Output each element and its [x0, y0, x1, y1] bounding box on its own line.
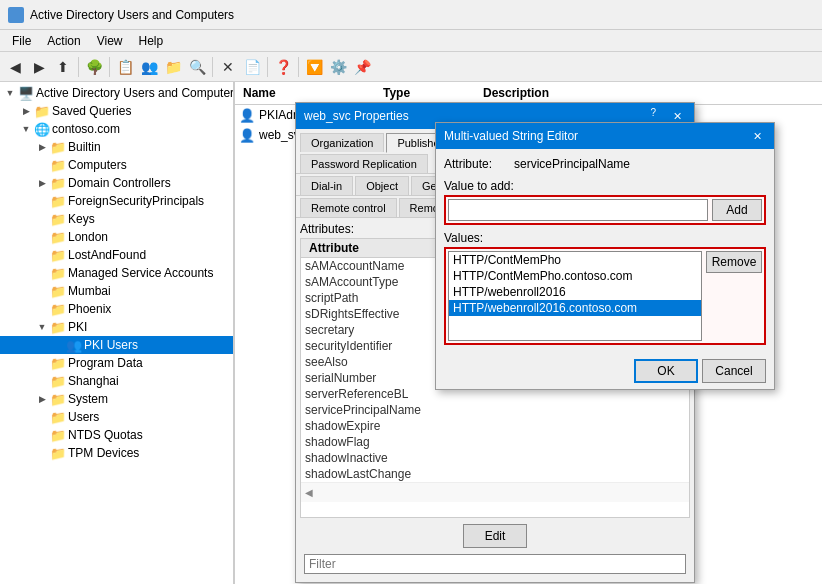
edit-button[interactable]: Edit	[463, 524, 527, 548]
sidebar-item-users[interactable]: 📁 Users	[0, 408, 233, 426]
attr-row-spn[interactable]: servicePrincipalName	[301, 402, 689, 418]
toolbar: ◀ ▶ ⬆ 🌳 📋 👥 📁 🔍 ✕ 📄 ❓ 🔽 ⚙️ 📌	[0, 52, 822, 82]
label-root: Active Directory Users and Computers	[36, 86, 235, 100]
sidebar-item-lostandfound[interactable]: 📁 LostAndFound	[0, 246, 233, 264]
main-layout: ▼ 🖥️ Active Directory Users and Computer…	[0, 82, 822, 584]
tab-remote-control[interactable]: Remote control	[300, 198, 397, 217]
expander-pd	[34, 355, 50, 371]
toolbar-back[interactable]: ◀	[4, 56, 26, 78]
attr-row-shadowexpire[interactable]: shadowExpire	[301, 418, 689, 434]
expander-msa	[34, 265, 50, 281]
mv-input-row: Add	[444, 195, 766, 225]
label-pd: Program Data	[68, 356, 143, 370]
sidebar: ▼ 🖥️ Active Directory Users and Computer…	[0, 82, 235, 584]
label-ntds: NTDS Quotas	[68, 428, 143, 442]
menu-file[interactable]: File	[4, 32, 39, 50]
expander-saved-queries: ▶	[18, 103, 34, 119]
col-header-name[interactable]: Name	[235, 84, 375, 102]
toolbar-find[interactable]: 🔍	[186, 56, 208, 78]
row-icon-0: 👤	[239, 108, 255, 123]
sidebar-item-contoso[interactable]: ▼ 🌐 contoso.com	[0, 120, 233, 138]
col-header-desc[interactable]: Description	[475, 84, 625, 102]
multival-dialog: Multi-valued String Editor ✕ Attribute: …	[435, 122, 775, 390]
sidebar-item-phoenix[interactable]: 📁 Phoenix	[0, 300, 233, 318]
expander-system: ▶	[34, 391, 50, 407]
sidebar-item-system[interactable]: ▶ 📁 System	[0, 390, 233, 408]
toolbar-properties[interactable]: 📄	[241, 56, 263, 78]
toolbar-up[interactable]: ⬆	[52, 56, 74, 78]
toolbar-show-tree[interactable]: 🌳	[83, 56, 105, 78]
expander-dc: ▶	[34, 175, 50, 191]
toolbar-delegate[interactable]: ⚙️	[327, 56, 349, 78]
right-panel: Name Type Description 👤 PKIAdmin User 👤 …	[235, 82, 822, 584]
sidebar-item-keys[interactable]: 📁 Keys	[0, 210, 233, 228]
expander-root: ▼	[2, 85, 18, 101]
mv-item-0[interactable]: HTTP/ContMemPho	[449, 252, 701, 268]
attr-name-11: shadowFlag	[305, 435, 465, 449]
sidebar-item-mumbai[interactable]: 📁 Mumbai	[0, 282, 233, 300]
toolbar-filter[interactable]: 🔽	[303, 56, 325, 78]
attr-col-header: Attribute	[305, 241, 363, 255]
sidebar-item-domain-controllers[interactable]: ▶ 📁 Domain Controllers	[0, 174, 233, 192]
sidebar-item-computers[interactable]: 📁 Computers	[0, 156, 233, 174]
toolbar-create-ou[interactable]: 📁	[162, 56, 184, 78]
menu-help[interactable]: Help	[131, 32, 172, 50]
sidebar-item-shanghai[interactable]: 📁 Shanghai	[0, 372, 233, 390]
toolbar-forward[interactable]: ▶	[28, 56, 50, 78]
tab-organization[interactable]: Organization	[300, 133, 384, 152]
attr-row-shadowlastchange[interactable]: shadowLastChange	[301, 466, 689, 482]
sidebar-item-pki[interactable]: ▼ 📁 PKI	[0, 318, 233, 336]
label-msa: Managed Service Accounts	[68, 266, 213, 280]
sidebar-item-managed-svc[interactable]: 📁 Managed Service Accounts	[0, 264, 233, 282]
toolbar-help[interactable]: ❓	[272, 56, 294, 78]
sidebar-item-london[interactable]: 📁 London	[0, 228, 233, 246]
mv-item-3[interactable]: HTTP/webenroll2016.contoso.com	[449, 300, 701, 316]
mv-item-2[interactable]: HTTP/webenroll2016	[449, 284, 701, 300]
toolbar-create-user[interactable]: 📋	[114, 56, 136, 78]
mv-attr-label: Attribute:	[444, 157, 514, 171]
mv-remove-btn[interactable]: Remove	[706, 251, 762, 273]
sidebar-item-root[interactable]: ▼ 🖥️ Active Directory Users and Computer…	[0, 84, 233, 102]
attr-row-shadowflag[interactable]: shadowFlag	[301, 434, 689, 450]
menu-bar: File Action View Help	[0, 30, 822, 52]
sidebar-item-program-data[interactable]: 📁 Program Data	[0, 354, 233, 372]
expander-foreign	[34, 193, 50, 209]
label-builtin: Builtin	[68, 140, 101, 154]
sidebar-item-pki-users[interactable]: 👥 PKI Users	[0, 336, 233, 354]
label-mumbai: Mumbai	[68, 284, 111, 298]
toolbar-delete[interactable]: ✕	[217, 56, 239, 78]
mv-ok-btn[interactable]: OK	[634, 359, 698, 383]
mv-close-btn[interactable]: ✕	[748, 127, 766, 145]
expander-builtin: ▶	[34, 139, 50, 155]
tab-dial-in[interactable]: Dial-in	[300, 176, 353, 195]
col-header-type[interactable]: Type	[375, 84, 475, 102]
filter-input[interactable]	[304, 554, 686, 574]
expander-pki: ▼	[34, 319, 50, 335]
mv-cancel-btn[interactable]: Cancel	[702, 359, 766, 383]
icon-pki: 📁	[50, 319, 66, 335]
toolbar-move[interactable]: 📌	[351, 56, 373, 78]
sidebar-item-foreign[interactable]: 📁 ForeignSecurityPrincipals	[0, 192, 233, 210]
sidebar-item-tpm[interactable]: 📁 TPM Devices	[0, 444, 233, 462]
menu-action[interactable]: Action	[39, 32, 88, 50]
mv-attr-row: Attribute: servicePrincipalName	[444, 157, 766, 171]
mv-add-btn[interactable]: Add	[712, 199, 762, 221]
menu-view[interactable]: View	[89, 32, 131, 50]
label-phoenix: Phoenix	[68, 302, 111, 316]
attr-row-shadowinactive[interactable]: shadowInactive	[301, 450, 689, 466]
icon-pki-users: 👥	[66, 337, 82, 353]
tab-password-replication[interactable]: Password Replication	[300, 154, 428, 173]
mv-value-input[interactable]	[448, 199, 708, 221]
icon-keys: 📁	[50, 211, 66, 227]
mv-item-1[interactable]: HTTP/ContMemPho.contoso.com	[449, 268, 701, 284]
sidebar-item-ntds[interactable]: 📁 NTDS Quotas	[0, 426, 233, 444]
tab-object[interactable]: Object	[355, 176, 409, 195]
sidebar-item-builtin[interactable]: ▶ 📁 Builtin	[0, 138, 233, 156]
icon-phoenix: 📁	[50, 301, 66, 317]
expander-ntds	[34, 427, 50, 443]
mv-title: Multi-valued String Editor	[444, 129, 578, 143]
toolbar-create-group[interactable]: 👥	[138, 56, 160, 78]
properties-title: web_svc Properties	[304, 109, 409, 123]
title-bar: Active Directory Users and Computers	[0, 0, 822, 30]
sidebar-item-saved-queries[interactable]: ▶ 📁 Saved Queries	[0, 102, 233, 120]
